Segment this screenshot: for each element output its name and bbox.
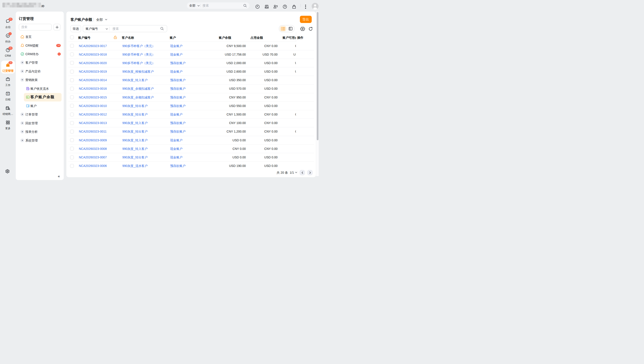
svg-text:5: 5 <box>8 93 9 95</box>
